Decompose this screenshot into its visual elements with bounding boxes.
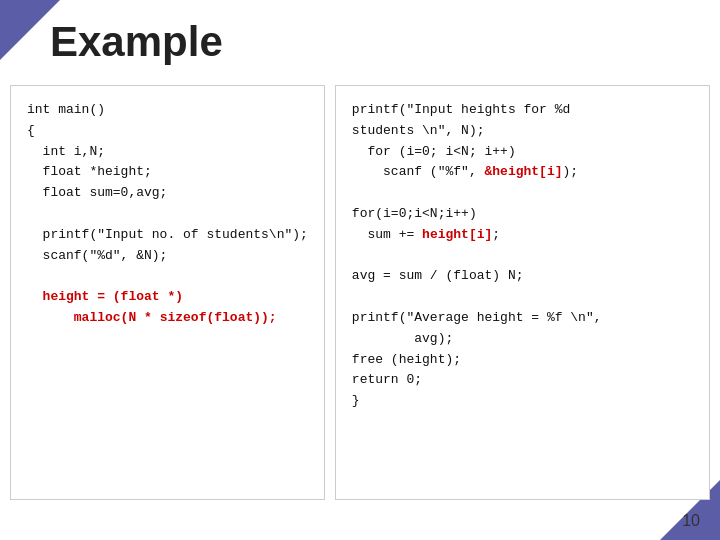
code-line: printf("Input heights for %d (352, 100, 693, 121)
code-line: avg = sum / (float) N; (352, 266, 693, 287)
left-code-box: int main() { int i,N; float *height; flo… (10, 85, 325, 500)
code-line: float *height; (27, 162, 308, 183)
code-line: int i,N; (27, 142, 308, 163)
code-line: float sum=0,avg; (27, 183, 308, 204)
code-line: for (i=0; i<N; i++) (352, 142, 693, 163)
code-line (352, 183, 693, 204)
code-line: return 0; (352, 370, 693, 391)
code-line: int main() (27, 100, 308, 121)
code-line: scanf("%d", &N); (27, 246, 308, 267)
code-line: avg); (352, 329, 693, 350)
right-code-box: printf("Input heights for %d students \n… (335, 85, 710, 500)
page-title: Example (50, 18, 223, 66)
code-line: students \n", N); (352, 121, 693, 142)
code-line: } (352, 391, 693, 412)
code-line: { (27, 121, 308, 142)
code-line (27, 204, 308, 225)
code-line: free (height); (352, 350, 693, 371)
content-area: int main() { int i,N; float *height; flo… (10, 85, 710, 500)
code-line: printf("Input no. of students\n"); (27, 225, 308, 246)
code-line (27, 266, 308, 287)
code-line: height = (float *) (27, 287, 308, 308)
code-line: scanf ("%f", &height[i]); (352, 162, 693, 183)
code-line: sum += height[i]; (352, 225, 693, 246)
code-line: for(i=0;i<N;i++) (352, 204, 693, 225)
code-line (352, 287, 693, 308)
page-number: 10 (682, 512, 700, 530)
code-line (352, 246, 693, 267)
code-line: printf("Average height = %f \n", (352, 308, 693, 329)
code-line: malloc(N * sizeof(float)); (27, 308, 308, 329)
